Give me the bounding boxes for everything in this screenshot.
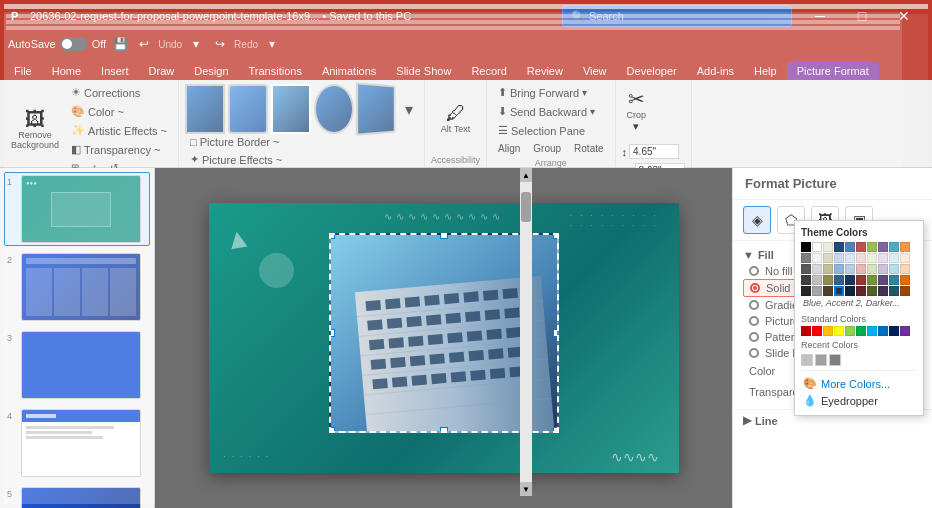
- color-blue-md[interactable]: [834, 275, 844, 285]
- color-gray6[interactable]: [812, 264, 822, 274]
- color-col-9: [889, 242, 899, 296]
- color-gray5[interactable]: [812, 253, 822, 263]
- std-color-10[interactable]: [900, 326, 910, 336]
- color-beige4[interactable]: [823, 275, 833, 285]
- std-color-4[interactable]: [834, 326, 844, 336]
- color-purple1[interactable]: [878, 242, 888, 252]
- more-colors-button[interactable]: 🎨 More Colors...: [801, 375, 917, 392]
- color-gray7[interactable]: [812, 275, 822, 285]
- color-orange-dk2[interactable]: [900, 286, 910, 296]
- color-orange1[interactable]: [900, 242, 910, 252]
- handle-bc[interactable]: [440, 427, 448, 433]
- svg-rect-32: [448, 352, 464, 363]
- std-color-5[interactable]: [845, 326, 855, 336]
- color-blue-lt2[interactable]: [834, 253, 844, 263]
- std-color-6[interactable]: [856, 326, 866, 336]
- svg-rect-28: [370, 359, 386, 370]
- recent-colors-title: Recent Colors: [801, 340, 917, 350]
- recent-color-1[interactable]: [801, 354, 813, 366]
- color-purple-dk2[interactable]: [878, 286, 888, 296]
- recent-color-2[interactable]: [815, 354, 827, 366]
- handle-mr[interactable]: [553, 329, 559, 337]
- canvas-scrollbar-v[interactable]: ▲ ▼: [520, 168, 532, 496]
- svg-rect-38: [411, 375, 427, 386]
- svg-rect-23: [427, 334, 443, 345]
- color-blue-lt1[interactable]: [834, 264, 844, 274]
- color-red-lt2[interactable]: [856, 264, 866, 274]
- color-blue-accent2-darker[interactable]: [834, 286, 844, 296]
- color-green-lt1[interactable]: [867, 253, 877, 263]
- slide-thumb-5[interactable]: 5: [4, 484, 150, 508]
- color-blue-dk2[interactable]: [845, 275, 855, 285]
- svg-rect-25: [466, 331, 482, 342]
- scroll-thumb-v[interactable]: [521, 192, 531, 222]
- handle-ml[interactable]: [329, 329, 335, 337]
- color-gray2[interactable]: [801, 264, 811, 274]
- std-color-2[interactable]: [812, 326, 822, 336]
- svg-rect-39: [431, 373, 447, 384]
- handle-tr[interactable]: [553, 233, 559, 239]
- color-beige1[interactable]: [823, 242, 833, 252]
- color-blue-accent1[interactable]: [845, 242, 855, 252]
- solid-fill-radio[interactable]: [750, 283, 760, 293]
- color-gray8[interactable]: [812, 286, 822, 296]
- color-teal-lt2[interactable]: [889, 264, 899, 274]
- std-color-1[interactable]: [801, 326, 811, 336]
- color-blue-lt3[interactable]: [845, 253, 855, 263]
- color-green-dk1[interactable]: [867, 275, 877, 285]
- color-green-lt2[interactable]: [867, 264, 877, 274]
- color-gray4[interactable]: [801, 286, 811, 296]
- color-red-lt1[interactable]: [856, 253, 866, 263]
- color-red1[interactable]: [856, 242, 866, 252]
- color-gray3[interactable]: [801, 275, 811, 285]
- canvas-area[interactable]: ▲ · · · · · · · · · · · · · · · · · · ∿∿…: [155, 168, 732, 508]
- color-col-1: [801, 242, 811, 296]
- color-orange-lt1[interactable]: [900, 253, 910, 263]
- eyedropper-button[interactable]: 💧 Eyedropper: [801, 392, 917, 409]
- handle-tl[interactable]: [329, 233, 335, 239]
- color-teal-dk1[interactable]: [889, 275, 899, 285]
- color-black[interactable]: [801, 242, 811, 252]
- color-teal-dk2[interactable]: [889, 286, 899, 296]
- color-beige2[interactable]: [823, 253, 833, 263]
- color-red-dk2[interactable]: [856, 286, 866, 296]
- color-blue-lt4[interactable]: [845, 264, 855, 274]
- color-green-dk2[interactable]: [867, 286, 877, 296]
- color-orange-dk1[interactable]: [900, 275, 910, 285]
- color-white[interactable]: [812, 242, 822, 252]
- color-tooltip: Blue, Accent 2, Darker...: [801, 296, 917, 310]
- scroll-up-btn[interactable]: ▲: [520, 168, 532, 182]
- svg-rect-30: [409, 355, 425, 366]
- color-purple-lt1[interactable]: [878, 253, 888, 263]
- more-colors-icon: 🎨: [803, 377, 817, 390]
- std-color-9[interactable]: [889, 326, 899, 336]
- color-green1[interactable]: [867, 242, 877, 252]
- recent-color-3[interactable]: [829, 354, 841, 366]
- color-orange-lt2[interactable]: [900, 264, 910, 274]
- std-color-8[interactable]: [878, 326, 888, 336]
- color-blue-dk1[interactable]: [834, 242, 844, 252]
- std-color-7[interactable]: [867, 326, 877, 336]
- color-picker-popup: Theme Colors: [794, 220, 924, 416]
- color-teal1[interactable]: [889, 242, 899, 252]
- color-teal-lt1[interactable]: [889, 253, 899, 263]
- color-purple-dk1[interactable]: [878, 275, 888, 285]
- color-beige5[interactable]: [823, 286, 833, 296]
- color-gray1[interactable]: [801, 253, 811, 263]
- svg-rect-15: [425, 314, 441, 325]
- color-blue-dk3[interactable]: [845, 286, 855, 296]
- deco-triangle: ▲: [221, 221, 254, 257]
- color-col-6: [856, 242, 866, 296]
- svg-rect-19: [504, 308, 520, 319]
- scroll-down-btn[interactable]: ▼: [520, 482, 532, 496]
- handle-bl[interactable]: [329, 427, 335, 433]
- handle-tc[interactable]: [440, 233, 448, 239]
- std-color-3[interactable]: [823, 326, 833, 336]
- svg-rect-10: [482, 290, 498, 301]
- handle-br[interactable]: [553, 427, 559, 433]
- divider-1: [801, 370, 917, 371]
- slide-img-5: [21, 487, 141, 508]
- color-purple-lt2[interactable]: [878, 264, 888, 274]
- color-red-dk1[interactable]: [856, 275, 866, 285]
- color-beige3[interactable]: [823, 264, 833, 274]
